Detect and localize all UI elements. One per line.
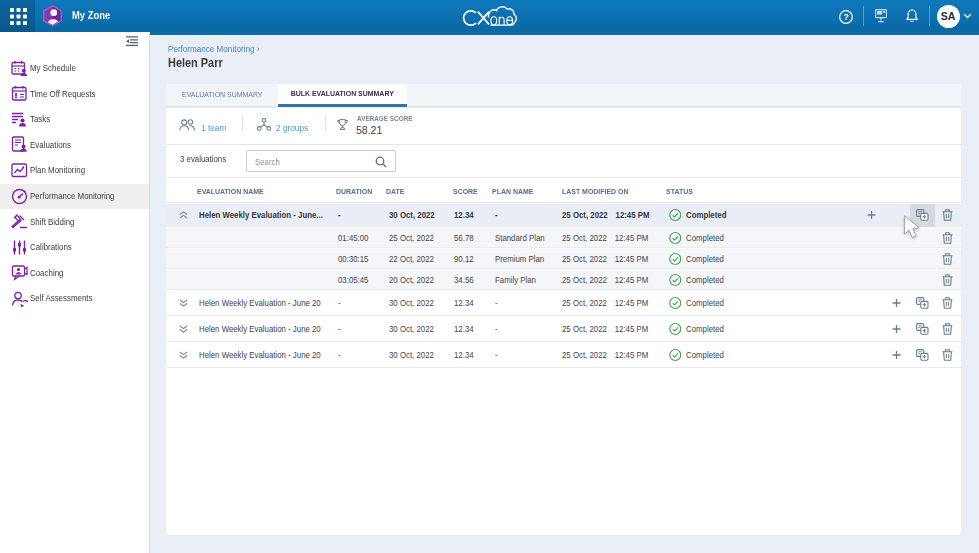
svg-text:?: ? <box>843 12 848 22</box>
